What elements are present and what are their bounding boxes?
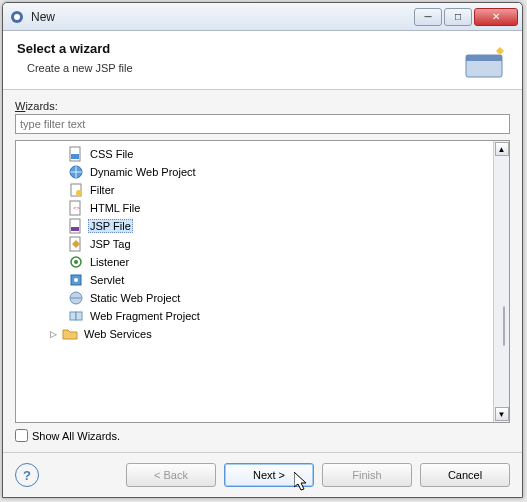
wizard-icon — [460, 41, 508, 81]
tree-item-label: Web Fragment Project — [88, 310, 202, 322]
titlebar[interactable]: New ─ □ ✕ — [3, 3, 522, 31]
svg-rect-13 — [71, 227, 79, 231]
css-file-icon — [68, 146, 84, 162]
svg-marker-4 — [496, 47, 504, 55]
listener-icon — [68, 254, 84, 270]
button-bar: ? < Back Next > Finish Cancel — [3, 452, 522, 497]
tree-folder-label: Web Services — [82, 328, 154, 340]
tree-item-label: Servlet — [88, 274, 126, 286]
folder-icon — [62, 326, 78, 342]
maximize-button[interactable]: □ — [444, 8, 472, 26]
svg-rect-21 — [70, 312, 76, 320]
tree-item[interactable]: Static Web Project — [18, 289, 491, 307]
cancel-button[interactable]: Cancel — [420, 463, 510, 487]
back-button[interactable]: < Back — [126, 463, 216, 487]
scroll-thumb[interactable] — [503, 306, 505, 346]
wizard-tree[interactable]: CSS FileDynamic Web ProjectFilter<>HTML … — [16, 141, 493, 422]
content-area: Wizards: CSS FileDynamic Web ProjectFilt… — [3, 90, 522, 452]
svg-rect-6 — [71, 154, 79, 159]
scroll-up-button[interactable]: ▲ — [495, 142, 509, 156]
show-all-label: Show All Wizards. — [32, 430, 120, 442]
tree-item[interactable]: JSP File — [18, 217, 491, 235]
close-button[interactable]: ✕ — [474, 8, 518, 26]
tree-item[interactable]: Filter — [18, 181, 491, 199]
jsp-tag-icon — [68, 236, 84, 252]
tree-item[interactable]: Dynamic Web Project — [18, 163, 491, 181]
scroll-down-button[interactable]: ▼ — [495, 407, 509, 421]
banner-title: Select a wizard — [17, 41, 460, 56]
wizards-label: Wizards: — [15, 100, 510, 112]
banner: Select a wizard Create a new JSP file — [3, 31, 522, 90]
jsp-file-icon — [68, 218, 84, 234]
banner-desc: Create a new JSP file — [17, 62, 460, 74]
tree-item-label: CSS File — [88, 148, 135, 160]
tree-item-label: JSP Tag — [88, 238, 133, 250]
wizard-tree-container: CSS FileDynamic Web ProjectFilter<>HTML … — [15, 140, 510, 423]
tree-item-label: Static Web Project — [88, 292, 182, 304]
tree-item[interactable]: Web Fragment Project — [18, 307, 491, 325]
tree-item[interactable]: CSS File — [18, 145, 491, 163]
html-file-icon: <> — [68, 200, 84, 216]
svg-point-1 — [14, 14, 20, 20]
next-button[interactable]: Next > — [224, 463, 314, 487]
svg-point-17 — [74, 260, 78, 264]
tree-folder[interactable]: ▷Web Services — [18, 325, 491, 343]
tree-item-label: HTML File — [88, 202, 142, 214]
tree-item[interactable]: <>HTML File — [18, 199, 491, 217]
filter-icon — [68, 182, 84, 198]
tree-item[interactable]: JSP Tag — [18, 235, 491, 253]
servlet-icon — [68, 272, 84, 288]
static-web-icon — [68, 290, 84, 306]
scrollbar[interactable]: ▲ ▼ — [493, 141, 509, 422]
svg-rect-22 — [76, 312, 82, 320]
help-button[interactable]: ? — [15, 463, 39, 487]
app-icon — [9, 9, 25, 25]
window-title: New — [31, 10, 414, 24]
svg-rect-3 — [466, 55, 502, 61]
show-all-checkbox[interactable] — [15, 429, 28, 442]
fragment-icon — [68, 308, 84, 324]
tree-item-label: Listener — [88, 256, 131, 268]
tree-item[interactable]: Listener — [18, 253, 491, 271]
minimize-button[interactable]: ─ — [414, 8, 442, 26]
svg-point-9 — [76, 190, 82, 196]
tree-item-label: Dynamic Web Project — [88, 166, 198, 178]
expander-icon[interactable]: ▷ — [48, 329, 58, 339]
web-project-icon — [68, 164, 84, 180]
svg-point-19 — [74, 278, 78, 282]
tree-item[interactable]: Servlet — [18, 271, 491, 289]
filter-input[interactable] — [15, 114, 510, 134]
svg-text:<>: <> — [73, 205, 81, 211]
dialog-window: New ─ □ ✕ Select a wizard Create a new J… — [2, 2, 523, 498]
tree-item-label: Filter — [88, 184, 116, 196]
tree-item-label: JSP File — [88, 219, 133, 233]
finish-button[interactable]: Finish — [322, 463, 412, 487]
